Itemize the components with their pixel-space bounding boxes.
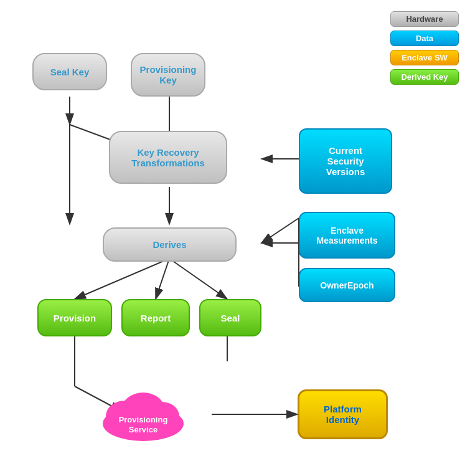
seal-key-box: Seal Key: [32, 53, 107, 90]
derives-label: Derives: [153, 239, 186, 250]
diagram: Hardware Data Enclave SW Derived Key: [0, 0, 470, 476]
derives-box: Derives: [103, 227, 237, 262]
report-label: Report: [141, 313, 171, 323]
cloud-svg: Provisioning Service: [96, 380, 190, 442]
svg-line-14: [156, 259, 169, 299]
provisioning-key-box: ProvisioningKey: [131, 53, 205, 97]
legend-derived-key: Derived Key: [390, 69, 459, 85]
svg-line-10: [261, 249, 299, 274]
svg-line-13: [75, 259, 169, 299]
platform-identity-box: PlatformIdentity: [298, 389, 388, 439]
key-recovery-label: Key RecoveryTransformations: [131, 147, 205, 168]
seal-box: Seal: [199, 299, 261, 336]
legend-hardware: Hardware: [390, 11, 459, 27]
enclave-measurements-label: EnclaveMeasurements: [316, 226, 377, 245]
platform-identity-label: PlatformIdentity: [324, 404, 362, 425]
svg-line-8: [261, 218, 299, 243]
seal-key-label: Seal Key: [50, 67, 90, 77]
provision-box: Provision: [37, 299, 112, 336]
provisioning-service-box: Provisioning Service: [96, 380, 190, 442]
current-security-versions-label: CurrentSecurityVersions: [326, 145, 365, 177]
current-security-versions-box: CurrentSecurityVersions: [299, 128, 392, 194]
svg-text:Provisioning: Provisioning: [119, 415, 168, 424]
enclave-measurements-box: EnclaveMeasurements: [299, 212, 395, 259]
provisioning-key-label: ProvisioningKey: [140, 64, 197, 85]
svg-line-15: [169, 259, 227, 299]
key-recovery-box: Key RecoveryTransformations: [109, 131, 227, 184]
legend-data: Data: [390, 31, 459, 46]
legend-enclave-sw: Enclave SW: [390, 50, 459, 65]
owner-epoch-box: OwnerEpoch: [299, 268, 395, 302]
seal-label: Seal: [221, 313, 240, 323]
legend: Hardware Data Enclave SW Derived Key: [390, 11, 459, 85]
owner-epoch-label: OwnerEpoch: [320, 280, 374, 290]
report-box: Report: [121, 299, 190, 336]
provision-label: Provision: [54, 313, 96, 323]
svg-text:Service: Service: [129, 425, 157, 434]
